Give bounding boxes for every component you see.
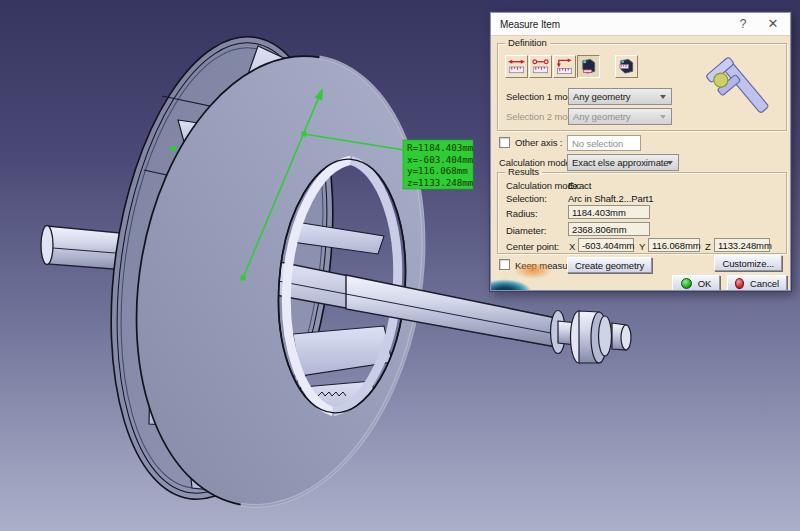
dialog-title: Measure Item [491, 19, 560, 30]
diameter-value: 2368.806mm [572, 224, 626, 235]
center-z-label: Z [705, 241, 711, 252]
definition-group: Definition [497, 43, 787, 131]
catia-3d-viewport[interactable]: { "colors": { "bg_top": "#36355f", "bg_b… [0, 0, 800, 531]
center-x-field[interactable]: -603.404mm [578, 238, 634, 252]
keep-measure-checkbox[interactable] [499, 259, 510, 270]
chevron-down-icon [667, 161, 673, 165]
radius-value: 1184.403mm [572, 207, 626, 218]
label-z: z=1133.248mm [407, 177, 474, 188]
label-y: y=116.068mm [407, 165, 468, 176]
other-axis-label: Other axis : [515, 137, 562, 148]
diameter-label: Diameter: [506, 225, 546, 236]
leader-anchor-marker [302, 132, 307, 137]
other-axis-checkbox[interactable] [499, 137, 510, 148]
measure-between-icon[interactable] [505, 55, 528, 78]
selection2-mode-dropdown: Any geometry [568, 108, 672, 125]
other-axis-field[interactable]: No selection [567, 135, 641, 151]
close-icon[interactable]: ✕ [758, 13, 788, 34]
ok-green-sphere-icon [681, 278, 692, 289]
selection1-mode-dropdown[interactable]: Any geometry [568, 88, 672, 105]
center-point-label: Center point: [506, 241, 559, 252]
measure-item-dialog: Measure Item ? ✕ Definition [490, 12, 791, 291]
customize-button[interactable]: Customize... [714, 255, 782, 271]
result-selection-label: Selection: [506, 193, 547, 204]
center-point-marker [241, 276, 246, 281]
create-geometry-button[interactable]: Create geometry [567, 257, 652, 273]
cancel-red-sphere-icon [735, 278, 744, 289]
dialog-titlebar[interactable]: Measure Item ? ✕ [491, 13, 790, 36]
measure-between-chain-icon[interactable] [529, 55, 552, 78]
result-calc-mode-value: Exact [568, 180, 591, 191]
label-radius: R=1184.403mm [407, 142, 474, 153]
measure-thickness-icon[interactable] [615, 55, 638, 78]
ok-label: OK [698, 278, 712, 289]
definition-legend: Definition [505, 37, 550, 48]
measure-between-fan-icon[interactable] [553, 55, 576, 78]
center-x-value: -603.404mm [582, 240, 634, 251]
calculation-mode-dropdown[interactable]: Exact else approximate [567, 154, 679, 171]
center-y-field[interactable]: 116.068mm [648, 238, 700, 252]
center-z-value: 1133.248mm [718, 240, 772, 251]
center-x-label: X [569, 241, 575, 252]
center-y-value: 116.068mm [652, 240, 701, 251]
arc-point-marker [171, 146, 176, 151]
radius-label: Radius: [506, 208, 538, 219]
label-x: x=-603.404mm [407, 154, 474, 165]
ok-button[interactable]: OK [672, 275, 720, 291]
center-y-label: Y [639, 241, 645, 252]
help-button[interactable]: ? [728, 13, 758, 34]
other-axis-value: No selection [572, 138, 623, 149]
cancel-button[interactable]: Cancel [727, 275, 787, 291]
caliper-graphic [702, 52, 782, 124]
chevron-down-icon [660, 115, 666, 119]
selection2-value: Any geometry [573, 111, 630, 122]
results-group: Results Calculation mode: Exact Selectio… [497, 172, 787, 254]
measure-label[interactable]: R=1184.403mm x=-603.404mm y=116.068mm z=… [403, 140, 474, 189]
diameter-field[interactable]: 2368.806mm [568, 222, 650, 236]
calculation-mode-value: Exact else approximate [572, 157, 669, 168]
cancel-label: Cancel [750, 278, 779, 289]
chevron-down-icon [660, 95, 666, 99]
measure-item-icon[interactable] [577, 55, 600, 78]
radius-field[interactable]: 1184.403mm [568, 205, 650, 219]
center-z-field[interactable]: 1133.248mm [714, 238, 770, 252]
selection1-value: Any geometry [573, 91, 630, 102]
result-selection-value: Arc in Shaft.2...Part1 [568, 193, 653, 204]
results-legend: Results [505, 166, 542, 177]
